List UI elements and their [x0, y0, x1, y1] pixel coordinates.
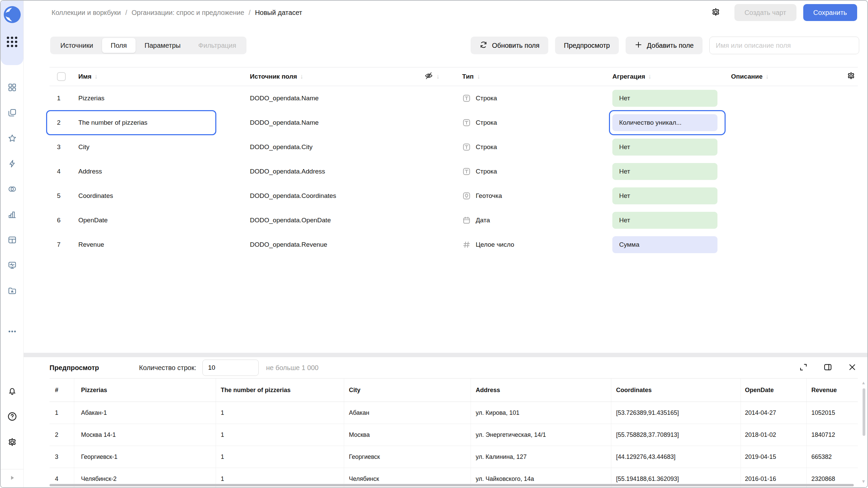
lightning-icon[interactable] [7, 159, 17, 168]
apps-grid-icon[interactable] [7, 37, 17, 47]
field-description[interactable] [731, 110, 840, 135]
expand-sidebar-button[interactable] [1, 469, 23, 487]
breadcrumb-collections[interactable]: Коллекции и воркбуки [52, 9, 121, 17]
add-field-button[interactable]: Добавить поле [626, 37, 703, 54]
create-chart-button[interactable]: Создать чарт [734, 4, 796, 21]
field-type[interactable]: Дата [458, 208, 612, 232]
sort-arrow-icon[interactable]: ↓ [95, 73, 98, 80]
datalens-logo[interactable] [4, 6, 21, 24]
field-name[interactable]: The number of pizzerias [78, 110, 250, 135]
row-count-input[interactable] [202, 360, 259, 376]
tab-filtering[interactable]: Фильтрация [190, 38, 245, 53]
star-icon[interactable] [7, 134, 17, 143]
field-name[interactable]: City [78, 135, 250, 159]
column-header-source[interactable]: Источник поля [250, 73, 297, 80]
expand-preview-button[interactable] [797, 362, 809, 373]
column-header-description[interactable]: Описание [731, 73, 763, 80]
sort-arrow-icon[interactable]: ↓ [648, 73, 652, 80]
field-row-selected[interactable]: 2 The number of pizzerias DODO_opendata.… [50, 110, 858, 135]
field-name[interactable]: OpenDate [78, 208, 250, 232]
aggregation-pill[interactable]: Количество уникал... [612, 114, 717, 131]
vertical-scrollbar[interactable] [863, 388, 865, 436]
field-description[interactable] [731, 86, 840, 110]
aggregation-pill[interactable]: Нет [612, 90, 717, 107]
aggregation-pill[interactable]: Нет [612, 139, 717, 156]
select-all-checkbox[interactable] [57, 72, 66, 81]
close-preview-button[interactable] [846, 362, 858, 373]
dataset-settings-button[interactable] [710, 7, 722, 18]
table-settings-gear-icon[interactable] [846, 71, 856, 82]
tab-fields[interactable]: Поля [102, 38, 136, 53]
more-ellipsis-icon[interactable] [7, 327, 17, 338]
workbooks-icon[interactable] [7, 108, 17, 118]
field-row[interactable]: 6 OpenDate DODO_opendata.OpenDate Дата Н… [50, 208, 858, 232]
field-row[interactable]: 7 Revenue DODO_opendata.Revenue Целое чи… [50, 232, 858, 257]
field-description[interactable] [731, 208, 840, 232]
field-row[interactable]: 3 City DODO_opendata.City Строка Нет [50, 135, 858, 159]
field-description[interactable] [731, 135, 840, 159]
integer-type-icon [462, 240, 471, 249]
save-button[interactable]: Сохранить [803, 4, 857, 21]
field-source[interactable]: DODO_opendata.Name [250, 110, 424, 135]
column-header-aggregation[interactable]: Агрегация [612, 73, 645, 80]
field-source[interactable]: DODO_opendata.OpenDate [250, 208, 424, 232]
tab-sources[interactable]: Источники [52, 38, 102, 53]
aggregation-pill[interactable]: Сумма [612, 236, 717, 253]
field-source[interactable]: DODO_opendata.Coordinates [250, 184, 424, 208]
hidden-eye-off-icon[interactable] [424, 71, 433, 82]
row-count-hint: не больше 1 000 [266, 364, 319, 372]
cell-number: 1 [216, 446, 344, 468]
field-description[interactable] [731, 184, 840, 208]
field-description[interactable] [731, 159, 840, 184]
preview-toggle-button[interactable]: Предпросмотр [555, 37, 619, 54]
sort-arrow-icon[interactable]: ↓ [766, 73, 769, 80]
refresh-fields-button[interactable]: Обновить поля [471, 37, 548, 54]
field-name[interactable]: Coordinates [78, 184, 250, 208]
field-source[interactable]: DODO_opendata.Address [250, 159, 424, 184]
tab-parameters[interactable]: Параметры [136, 38, 190, 53]
aggregation-pill[interactable]: Нет [612, 212, 717, 229]
field-name[interactable]: Pizzerias [78, 86, 250, 110]
horizontal-scrollbar[interactable] [50, 484, 854, 486]
column-header-name[interactable]: Имя [78, 73, 92, 80]
charts-icon[interactable] [7, 210, 17, 219]
field-source[interactable]: DODO_opendata.City [250, 135, 424, 159]
sort-arrow-icon[interactable]: ↓ [300, 73, 303, 80]
field-type[interactable]: Строка [458, 159, 612, 184]
preview-resize-handle[interactable] [24, 353, 867, 357]
field-type[interactable]: Строка [458, 110, 612, 135]
field-type[interactable]: Строка [458, 86, 612, 110]
field-type[interactable]: Строка [458, 135, 612, 159]
field-description[interactable] [731, 232, 840, 257]
table-icon[interactable] [7, 235, 17, 245]
field-row[interactable]: 1 Pizzerias DODO_opendata.Name Строка Не… [50, 86, 858, 110]
field-source[interactable]: DODO_opendata.Name [250, 86, 424, 110]
field-name[interactable]: Address [78, 159, 250, 184]
scroll-up-arrow-icon[interactable]: ▲ [861, 380, 866, 385]
field-row[interactable]: 4 Address DODO_opendata.Address Строка Н… [50, 159, 858, 184]
sidebar-nav [7, 83, 17, 296]
field-type[interactable]: Геоточка [458, 184, 612, 208]
sort-arrow-icon[interactable]: ↓ [436, 73, 440, 80]
help-icon[interactable] [7, 411, 17, 422]
field-row[interactable]: 5 Coordinates DODO_opendata.Coordinates … [50, 184, 858, 208]
aggregation-pill[interactable]: Нет [612, 163, 717, 180]
field-row-index: 7 [50, 232, 78, 257]
scroll-down-arrow-icon[interactable]: ▼ [861, 479, 866, 484]
column-header-type[interactable]: Тип [462, 73, 474, 80]
breadcrumb-workbook[interactable]: Организации: спрос и предложение [132, 9, 244, 17]
sort-arrow-icon[interactable]: ↓ [477, 73, 480, 80]
aggregation-pill[interactable]: Нет [612, 187, 717, 204]
monitoring-icon[interactable] [7, 261, 17, 270]
relations-icon[interactable] [7, 184, 17, 194]
field-source[interactable]: DODO_opendata.Revenue [250, 232, 424, 257]
field-name[interactable]: Revenue [78, 232, 250, 257]
collections-icon[interactable] [7, 83, 17, 92]
split-view-button[interactable] [822, 362, 833, 373]
bell-icon[interactable] [7, 386, 17, 396]
row-count-label: Количество строк: [139, 364, 196, 372]
settings-icon[interactable] [7, 437, 17, 447]
field-type[interactable]: Целое число [458, 232, 612, 257]
field-search-input[interactable] [709, 37, 859, 54]
storage-folder-icon[interactable] [7, 286, 17, 296]
